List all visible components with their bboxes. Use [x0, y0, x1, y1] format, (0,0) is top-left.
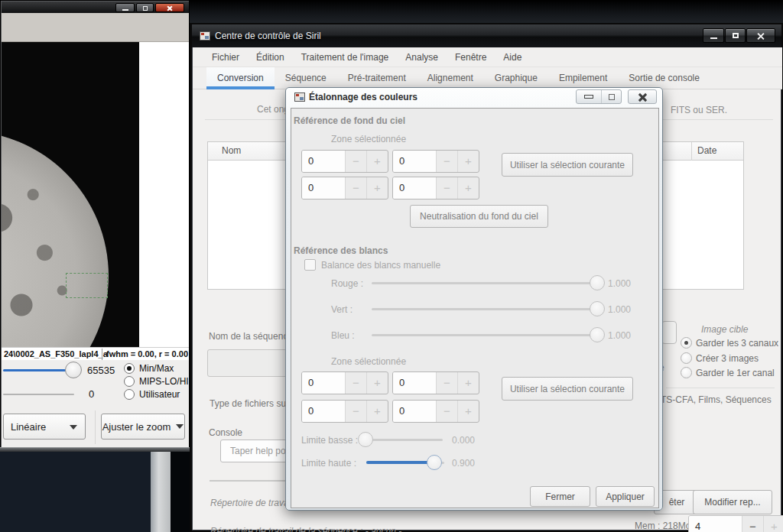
menu-fichier[interactable]: Fichier — [203, 52, 248, 63]
spin-increment[interactable]: + — [366, 401, 388, 422]
img-close-button[interactable] — [155, 3, 184, 12]
white-w-spinbox[interactable]: 0 − + — [301, 400, 388, 423]
zoom-fit-button[interactable]: Ajuster le zoom — [101, 414, 185, 440]
lo-slider-track[interactable] — [3, 394, 74, 395]
maximize-button[interactable] — [725, 28, 746, 43]
spin-decrement[interactable]: − — [436, 177, 457, 199]
img-maximize-button[interactable] — [136, 3, 154, 12]
radio-label-minmax[interactable]: Min/Max — [139, 363, 174, 374]
green-slider-handle[interactable] — [590, 301, 605, 316]
spin-decrement[interactable]: − — [436, 151, 457, 172]
menu-edition[interactable]: Édition — [248, 52, 293, 63]
spinner-increment[interactable]: + — [763, 516, 783, 532]
spin-value[interactable]: 0 — [302, 151, 345, 172]
radio-garder-3-canaux[interactable] — [681, 337, 692, 349]
radio-utilisateur[interactable] — [124, 389, 135, 400]
green-slider-track[interactable] — [372, 308, 597, 310]
spin-increment[interactable]: + — [366, 177, 388, 199]
selection-rectangle[interactable] — [66, 273, 108, 298]
menu-analyse[interactable]: Analyse — [397, 52, 447, 63]
apply-button[interactable]: Appliquer — [596, 486, 655, 507]
main-titlebar[interactable]: Centre de contrôle de Siril — [192, 24, 781, 47]
radio-label-garder-3-canaux[interactable]: Garder les 3 canaux — [696, 338, 778, 349]
spin-decrement[interactable]: − — [345, 177, 366, 199]
spin-decrement[interactable]: − — [436, 372, 457, 394]
spin-value[interactable]: 0 — [393, 177, 436, 199]
white-zone-label: Zone sélectionnée — [331, 356, 406, 367]
spin-decrement[interactable]: − — [345, 151, 366, 172]
column-date[interactable]: Date — [697, 145, 716, 156]
bg-h-spinbox[interactable]: 0 − + — [392, 177, 479, 200]
spin-increment[interactable]: + — [366, 151, 388, 172]
blue-slider-handle[interactable] — [590, 327, 605, 342]
white-h-spinbox[interactable]: 0 − + — [392, 400, 479, 423]
image-canvas[interactable] — [2, 42, 139, 347]
tab-alignement[interactable]: Alignement — [417, 67, 484, 89]
tabbar: Conversion Séquence Pré-traitement Align… — [193, 67, 782, 89]
spin-increment[interactable]: + — [457, 151, 479, 172]
spin-value[interactable]: 0 — [393, 401, 436, 422]
radio-mips[interactable] — [124, 376, 135, 387]
radio-label-garder-1er-canal[interactable]: Garder le 1er canal — [696, 368, 775, 378]
spin-decrement[interactable]: − — [345, 372, 366, 394]
manual-wb-checkbox[interactable] — [304, 259, 316, 271]
dialog-maximize-button[interactable] — [601, 90, 621, 103]
bg-use-selection-button[interactable]: Utiliser la sélection courante — [502, 153, 633, 177]
manual-wb-label[interactable]: Balance des blancs manuelle — [321, 260, 440, 271]
spin-increment[interactable]: + — [457, 177, 479, 199]
white-x-spinbox[interactable]: 0 − + — [301, 371, 388, 394]
spin-increment[interactable]: + — [457, 401, 479, 422]
bg-w-spinbox[interactable]: 0 − + — [301, 177, 388, 200]
menu-aide[interactable]: Aide — [495, 52, 530, 63]
radio-label-creer-3-images[interactable]: Créer 3 images — [696, 353, 759, 364]
spinner-decrement[interactable]: − — [742, 516, 763, 532]
tab-sequence[interactable]: Séquence — [275, 67, 337, 89]
bg-y-spinbox[interactable]: 0 − + — [392, 150, 479, 173]
tab-pretraitement[interactable]: Pré-traitement — [337, 67, 417, 89]
column-nom[interactable]: Nom — [222, 145, 241, 156]
low-limit-track[interactable] — [366, 439, 443, 441]
hi-slider-handle[interactable] — [65, 362, 82, 378]
bg-neutralize-button[interactable]: Neutralisation du fond du ciel — [410, 205, 548, 228]
red-slider-track[interactable] — [372, 282, 597, 284]
radio-garder-1er-canal[interactable] — [681, 367, 692, 378]
white-y-spinbox[interactable]: 0 − + — [392, 371, 479, 394]
green-slider-label: Vert : — [331, 304, 353, 315]
tab-graphique[interactable]: Graphique — [484, 67, 548, 89]
stretch-mode-select[interactable]: Linéaire — [3, 414, 86, 440]
high-limit-handle[interactable] — [427, 455, 442, 470]
image-window-titlebar[interactable] — [2, 2, 189, 13]
close-button[interactable] — [746, 28, 775, 43]
img-minimize-button[interactable] — [115, 3, 135, 12]
red-slider-handle[interactable] — [590, 275, 605, 290]
thread-count-spinner[interactable]: 4 − + — [688, 515, 783, 532]
spin-decrement[interactable]: − — [345, 401, 366, 422]
radio-label-mips[interactable]: MIPS-LO/HI — [139, 376, 189, 387]
spin-decrement[interactable]: − — [436, 401, 457, 422]
close-dialog-button[interactable]: Fermer — [530, 486, 590, 507]
spin-increment[interactable]: + — [457, 372, 479, 394]
white-use-selection-button[interactable]: Utiliser la sélection courante — [502, 377, 633, 401]
spin-value[interactable]: 0 — [302, 177, 345, 199]
radio-creer-3-images[interactable] — [681, 352, 692, 364]
radio-minmax[interactable] — [124, 363, 135, 374]
low-limit-handle[interactable] — [358, 432, 373, 447]
spinner-value[interactable]: 4 — [689, 516, 742, 532]
bg-x-spinbox[interactable]: 0 − + — [301, 150, 388, 173]
tab-conversion[interactable]: Conversion — [206, 67, 275, 89]
spin-value[interactable]: 0 — [302, 372, 345, 394]
menu-fenetre[interactable]: Fenêtre — [447, 52, 495, 63]
menu-traitement[interactable]: Traitement de l'image — [293, 52, 398, 63]
tab-empilement[interactable]: Empilement — [548, 67, 618, 89]
dialog-minimize-button[interactable] — [577, 90, 601, 103]
tab-sortie-console[interactable]: Sortie de console — [618, 67, 710, 89]
spin-value[interactable]: 0 — [302, 401, 345, 422]
minimize-button[interactable] — [703, 28, 724, 43]
radio-label-utilisateur[interactable]: Utilisateur — [139, 389, 180, 400]
dialog-close-button[interactable] — [629, 90, 656, 103]
spin-value[interactable]: 0 — [393, 372, 436, 394]
modify-dir-button[interactable]: Modifier rep... — [693, 490, 772, 514]
blue-slider-track[interactable] — [372, 334, 597, 336]
spin-increment[interactable]: + — [366, 372, 388, 394]
spin-value[interactable]: 0 — [393, 151, 436, 172]
